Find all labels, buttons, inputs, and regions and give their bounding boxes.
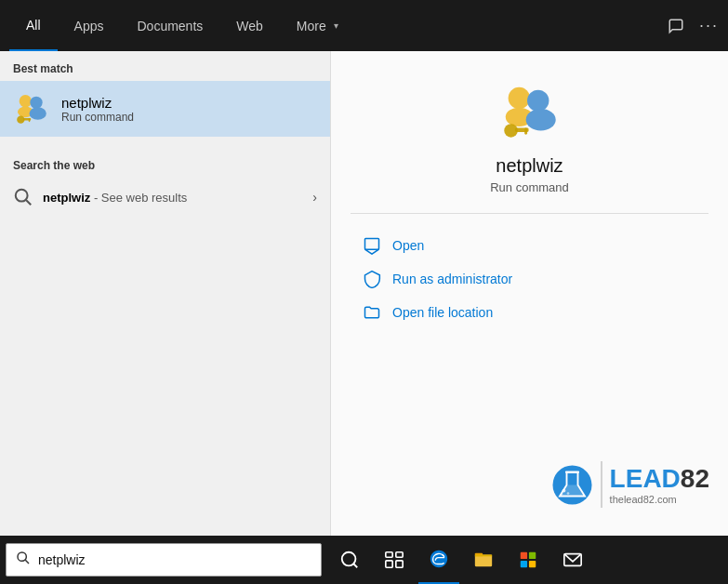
svg-rect-25	[386, 552, 392, 558]
taskbar-store-button[interactable]	[508, 536, 549, 584]
tab-all[interactable]: All	[9, 0, 58, 51]
divider	[351, 213, 708, 214]
app-subtitle: Run command	[490, 180, 569, 194]
action-file-location[interactable]: Open file location	[359, 296, 700, 329]
svg-rect-27	[386, 561, 392, 567]
taskbar-search-input[interactable]	[38, 552, 311, 567]
svg-rect-35	[529, 561, 536, 567]
nav-right-actions: ···	[668, 16, 719, 35]
nav-tabs: All Apps Documents Web More ▾	[9, 0, 355, 51]
svg-line-8	[26, 200, 31, 205]
svg-point-18	[562, 488, 565, 492]
svg-point-3	[30, 107, 46, 119]
svg-rect-31	[475, 555, 492, 557]
taskbar-search-button[interactable]	[329, 536, 370, 584]
shield-icon	[363, 270, 381, 288]
flask-icon	[551, 464, 593, 506]
best-match-item[interactable]: netplwiz Run command	[0, 81, 330, 137]
best-match-subtitle: Run command	[61, 111, 134, 124]
taskbar-taskview-button[interactable]	[374, 536, 415, 584]
left-filler	[0, 217, 330, 536]
watermark-text: LEAD82 thelead82.com	[610, 464, 709, 505]
watermark-url: thelead82.com	[610, 494, 709, 505]
action-open[interactable]: Open	[359, 229, 700, 262]
svg-rect-26	[396, 552, 403, 558]
svg-point-24	[342, 552, 356, 566]
web-search-label: Search the web	[0, 148, 330, 178]
chevron-right-icon: ›	[312, 190, 317, 205]
svg-point-22	[18, 552, 26, 561]
best-match-label: Best match	[0, 51, 330, 81]
svg-point-20	[561, 493, 563, 495]
top-navigation: All Apps Documents Web More ▾ ···	[0, 0, 728, 51]
svg-line-23	[25, 560, 29, 564]
web-search-item[interactable]: netplwiz - See web results ›	[0, 178, 330, 217]
svg-rect-29	[475, 555, 492, 567]
watermark: LEAD82 thelead82.com	[551, 461, 709, 508]
watermark-divider	[601, 461, 602, 508]
open-icon	[363, 236, 381, 255]
action-list: Open Run as administrator Open file loca…	[331, 229, 728, 329]
svg-point-7	[16, 190, 28, 202]
feedback-icon[interactable]	[668, 18, 684, 34]
app-preview-icon	[497, 79, 563, 144]
svg-point-19	[566, 492, 569, 495]
web-search-text: netplwiz - See web results	[43, 191, 303, 205]
svg-rect-32	[521, 552, 527, 559]
svg-rect-6	[29, 118, 31, 122]
tab-apps[interactable]: Apps	[58, 0, 121, 51]
svg-point-0	[20, 95, 32, 107]
taskbar-search-icon	[16, 551, 31, 569]
best-match-text: netplwiz Run command	[61, 95, 134, 124]
search-icon	[13, 187, 33, 207]
left-column: Best match netplwiz	[0, 51, 330, 536]
tab-web[interactable]: Web	[219, 0, 280, 51]
taskbar-mail-button[interactable]	[552, 536, 593, 584]
tab-documents[interactable]: Documents	[120, 0, 219, 51]
svg-rect-21	[565, 471, 579, 472]
svg-rect-16	[365, 239, 379, 250]
taskbar-search-box[interactable]	[6, 543, 322, 577]
right-column: netplwiz Run command Open	[330, 51, 728, 536]
folder-icon	[363, 303, 381, 322]
netplwiz-icon	[13, 90, 50, 127]
svg-point-11	[527, 90, 549, 112]
taskbar-edge-button[interactable]	[418, 536, 459, 584]
svg-point-2	[30, 97, 42, 109]
watermark-brand: LEAD82	[610, 464, 709, 494]
action-run-admin[interactable]: Run as administrator	[359, 262, 700, 296]
svg-rect-15	[524, 128, 527, 135]
search-panel: Best match netplwiz	[0, 51, 728, 536]
chevron-down-icon: ▾	[334, 20, 338, 31]
tab-more[interactable]: More ▾	[280, 0, 355, 51]
taskbar-icon-group	[329, 536, 593, 584]
best-match-name: netplwiz	[61, 95, 134, 111]
svg-point-12	[525, 109, 555, 130]
taskbar-explorer-button[interactable]	[463, 536, 504, 584]
svg-point-9	[508, 87, 529, 109]
taskbar	[0, 536, 728, 584]
svg-rect-33	[529, 552, 536, 559]
svg-rect-28	[396, 561, 403, 567]
svg-rect-34	[521, 561, 527, 567]
ellipsis-icon[interactable]: ···	[699, 16, 719, 35]
app-name: netplwiz	[496, 155, 563, 177]
